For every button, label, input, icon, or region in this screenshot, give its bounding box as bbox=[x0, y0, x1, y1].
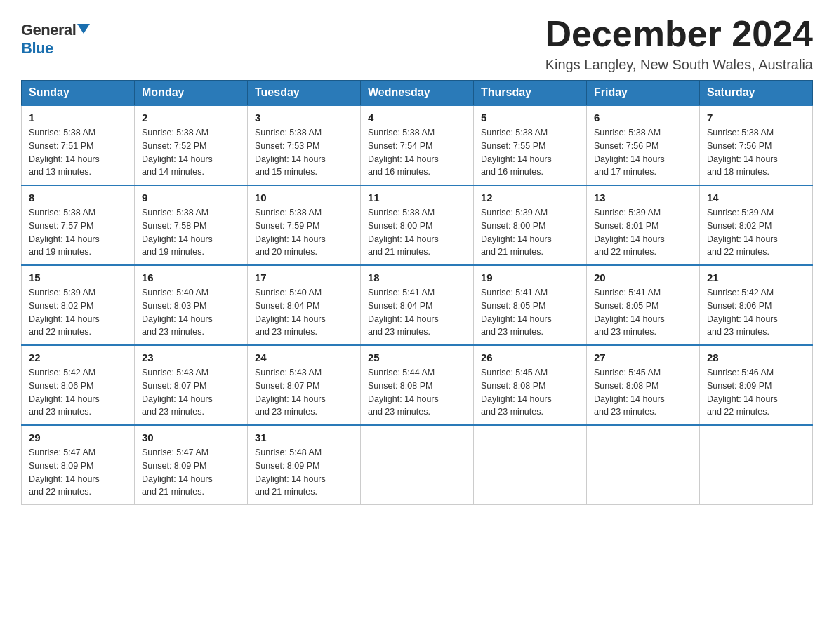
col-header-saturday: Saturday bbox=[700, 81, 813, 106]
calendar-cell bbox=[700, 425, 813, 505]
day-info: Sunrise: 5:44 AMSunset: 8:08 PMDaylight:… bbox=[368, 368, 439, 417]
day-info: Sunrise: 5:41 AMSunset: 8:05 PMDaylight:… bbox=[594, 288, 665, 337]
col-header-wednesday: Wednesday bbox=[361, 81, 474, 106]
day-number: 17 bbox=[255, 271, 353, 283]
day-info: Sunrise: 5:41 AMSunset: 8:05 PMDaylight:… bbox=[481, 288, 552, 337]
logo-general-text: General bbox=[21, 21, 76, 39]
day-number: 12 bbox=[481, 192, 579, 203]
day-info: Sunrise: 5:42 AMSunset: 8:06 PMDaylight:… bbox=[29, 368, 100, 417]
day-number: 22 bbox=[29, 351, 127, 363]
col-header-sunday: Sunday bbox=[22, 81, 135, 106]
week-row-3: 15 Sunrise: 5:39 AMSunset: 8:02 PMDaylig… bbox=[22, 265, 813, 345]
day-info: Sunrise: 5:38 AMSunset: 7:59 PMDaylight:… bbox=[255, 208, 326, 257]
day-info: Sunrise: 5:39 AMSunset: 8:02 PMDaylight:… bbox=[707, 208, 778, 257]
calendar-cell: 11 Sunrise: 5:38 AMSunset: 8:00 PMDaylig… bbox=[361, 185, 474, 265]
day-number: 10 bbox=[255, 192, 353, 203]
calendar-cell: 30 Sunrise: 5:47 AMSunset: 8:09 PMDaylig… bbox=[135, 425, 248, 505]
calendar-cell: 29 Sunrise: 5:47 AMSunset: 8:09 PMDaylig… bbox=[22, 425, 135, 505]
calendar-cell: 19 Sunrise: 5:41 AMSunset: 8:05 PMDaylig… bbox=[474, 265, 587, 345]
day-number: 30 bbox=[142, 431, 240, 443]
day-number: 18 bbox=[368, 271, 466, 283]
day-info: Sunrise: 5:38 AMSunset: 7:53 PMDaylight:… bbox=[255, 128, 326, 177]
day-info: Sunrise: 5:39 AMSunset: 8:00 PMDaylight:… bbox=[481, 208, 552, 257]
calendar-cell: 24 Sunrise: 5:43 AMSunset: 8:07 PMDaylig… bbox=[248, 345, 361, 425]
calendar-cell bbox=[474, 425, 587, 505]
day-info: Sunrise: 5:47 AMSunset: 8:09 PMDaylight:… bbox=[142, 448, 213, 497]
week-row-5: 29 Sunrise: 5:47 AMSunset: 8:09 PMDaylig… bbox=[22, 425, 813, 505]
col-header-tuesday: Tuesday bbox=[248, 81, 361, 106]
logo-blue-text: Blue bbox=[21, 39, 53, 57]
day-number: 23 bbox=[142, 351, 240, 363]
week-row-2: 8 Sunrise: 5:38 AMSunset: 7:57 PMDayligh… bbox=[22, 185, 813, 265]
day-info: Sunrise: 5:38 AMSunset: 7:51 PMDaylight:… bbox=[29, 128, 100, 177]
day-number: 16 bbox=[142, 271, 240, 283]
day-number: 15 bbox=[29, 271, 127, 283]
page-header: General Blue December 2024 Kings Langley… bbox=[21, 14, 813, 73]
day-info: Sunrise: 5:40 AMSunset: 8:04 PMDaylight:… bbox=[255, 288, 326, 337]
day-info: Sunrise: 5:46 AMSunset: 8:09 PMDaylight:… bbox=[707, 368, 778, 417]
week-row-1: 1 Sunrise: 5:38 AMSunset: 7:51 PMDayligh… bbox=[22, 105, 813, 185]
calendar-cell: 9 Sunrise: 5:38 AMSunset: 7:58 PMDayligh… bbox=[135, 185, 248, 265]
calendar-table: SundayMondayTuesdayWednesdayThursdayFrid… bbox=[21, 80, 813, 505]
calendar-cell: 22 Sunrise: 5:42 AMSunset: 8:06 PMDaylig… bbox=[22, 345, 135, 425]
calendar-cell: 23 Sunrise: 5:43 AMSunset: 8:07 PMDaylig… bbox=[135, 345, 248, 425]
calendar-cell: 20 Sunrise: 5:41 AMSunset: 8:05 PMDaylig… bbox=[587, 265, 700, 345]
day-info: Sunrise: 5:38 AMSunset: 7:56 PMDaylight:… bbox=[707, 128, 778, 177]
calendar-cell bbox=[587, 425, 700, 505]
day-number: 19 bbox=[481, 271, 579, 283]
day-number: 4 bbox=[368, 112, 466, 123]
calendar-cell: 1 Sunrise: 5:38 AMSunset: 7:51 PMDayligh… bbox=[22, 105, 135, 185]
day-info: Sunrise: 5:38 AMSunset: 8:00 PMDaylight:… bbox=[368, 208, 439, 257]
calendar-cell: 14 Sunrise: 5:39 AMSunset: 8:02 PMDaylig… bbox=[700, 185, 813, 265]
day-info: Sunrise: 5:38 AMSunset: 7:55 PMDaylight:… bbox=[481, 128, 552, 177]
day-info: Sunrise: 5:47 AMSunset: 8:09 PMDaylight:… bbox=[29, 448, 100, 497]
logo: General Blue bbox=[21, 21, 90, 58]
calendar-cell: 5 Sunrise: 5:38 AMSunset: 7:55 PMDayligh… bbox=[474, 105, 587, 185]
calendar-cell: 21 Sunrise: 5:42 AMSunset: 8:06 PMDaylig… bbox=[700, 265, 813, 345]
day-number: 5 bbox=[481, 112, 579, 123]
day-number: 27 bbox=[594, 351, 692, 363]
title-block: December 2024 Kings Langley, New South W… bbox=[545, 14, 813, 73]
day-info: Sunrise: 5:45 AMSunset: 8:08 PMDaylight:… bbox=[481, 368, 552, 417]
col-header-thursday: Thursday bbox=[474, 81, 587, 106]
calendar-cell: 16 Sunrise: 5:40 AMSunset: 8:03 PMDaylig… bbox=[135, 265, 248, 345]
day-info: Sunrise: 5:45 AMSunset: 8:08 PMDaylight:… bbox=[594, 368, 665, 417]
day-info: Sunrise: 5:42 AMSunset: 8:06 PMDaylight:… bbox=[707, 288, 778, 337]
day-number: 28 bbox=[707, 351, 805, 363]
calendar-cell: 13 Sunrise: 5:39 AMSunset: 8:01 PMDaylig… bbox=[587, 185, 700, 265]
calendar-cell: 25 Sunrise: 5:44 AMSunset: 8:08 PMDaylig… bbox=[361, 345, 474, 425]
day-number: 25 bbox=[368, 351, 466, 363]
day-number: 26 bbox=[481, 351, 579, 363]
day-number: 3 bbox=[255, 112, 353, 123]
calendar-cell: 18 Sunrise: 5:41 AMSunset: 8:04 PMDaylig… bbox=[361, 265, 474, 345]
location-title: Kings Langley, New South Wales, Australi… bbox=[545, 57, 813, 73]
day-number: 31 bbox=[255, 431, 353, 443]
calendar-cell bbox=[361, 425, 474, 505]
day-info: Sunrise: 5:38 AMSunset: 7:52 PMDaylight:… bbox=[142, 128, 213, 177]
calendar-header-row: SundayMondayTuesdayWednesdayThursdayFrid… bbox=[22, 81, 813, 106]
day-number: 8 bbox=[29, 192, 127, 203]
calendar-cell: 12 Sunrise: 5:39 AMSunset: 8:00 PMDaylig… bbox=[474, 185, 587, 265]
day-number: 2 bbox=[142, 112, 240, 123]
calendar-cell: 2 Sunrise: 5:38 AMSunset: 7:52 PMDayligh… bbox=[135, 105, 248, 185]
logo-triangle-icon bbox=[77, 24, 90, 34]
day-info: Sunrise: 5:41 AMSunset: 8:04 PMDaylight:… bbox=[368, 288, 439, 337]
calendar-cell: 31 Sunrise: 5:48 AMSunset: 8:09 PMDaylig… bbox=[248, 425, 361, 505]
day-info: Sunrise: 5:48 AMSunset: 8:09 PMDaylight:… bbox=[255, 448, 326, 497]
day-number: 29 bbox=[29, 431, 127, 443]
day-number: 1 bbox=[29, 112, 127, 123]
day-number: 20 bbox=[594, 271, 692, 283]
calendar-cell: 6 Sunrise: 5:38 AMSunset: 7:56 PMDayligh… bbox=[587, 105, 700, 185]
day-number: 24 bbox=[255, 351, 353, 363]
calendar-cell: 26 Sunrise: 5:45 AMSunset: 8:08 PMDaylig… bbox=[474, 345, 587, 425]
calendar-cell: 8 Sunrise: 5:38 AMSunset: 7:57 PMDayligh… bbox=[22, 185, 135, 265]
calendar-cell: 15 Sunrise: 5:39 AMSunset: 8:02 PMDaylig… bbox=[22, 265, 135, 345]
calendar-cell: 7 Sunrise: 5:38 AMSunset: 7:56 PMDayligh… bbox=[700, 105, 813, 185]
day-info: Sunrise: 5:43 AMSunset: 8:07 PMDaylight:… bbox=[142, 368, 213, 417]
day-info: Sunrise: 5:38 AMSunset: 7:54 PMDaylight:… bbox=[368, 128, 439, 177]
calendar-cell: 4 Sunrise: 5:38 AMSunset: 7:54 PMDayligh… bbox=[361, 105, 474, 185]
day-number: 14 bbox=[707, 192, 805, 203]
week-row-4: 22 Sunrise: 5:42 AMSunset: 8:06 PMDaylig… bbox=[22, 345, 813, 425]
day-info: Sunrise: 5:38 AMSunset: 7:58 PMDaylight:… bbox=[142, 208, 213, 257]
day-number: 7 bbox=[707, 112, 805, 123]
